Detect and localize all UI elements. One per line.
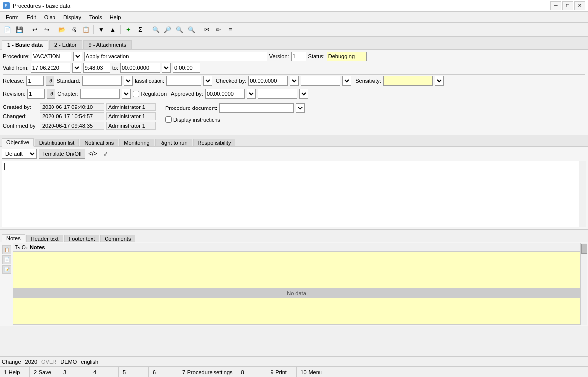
- tab-editor[interactable]: 2 - Editor: [49, 40, 82, 49]
- edit-btn[interactable]: ✏: [213, 24, 224, 35]
- standard-dropdown[interactable]: ▼: [124, 76, 133, 86]
- minimize-button[interactable]: ─: [550, 1, 561, 10]
- bot-tab-footer[interactable]: Footer text: [64, 235, 100, 242]
- approved-by-date-dropdown[interactable]: ▼: [247, 89, 256, 99]
- classification-dropdown[interactable]: ▼: [203, 76, 212, 86]
- f7-procedure-settings[interactable]: 7-Procedure settings: [178, 367, 237, 377]
- search1-btn[interactable]: 🔍: [150, 24, 161, 35]
- regulation-label[interactable]: Regulation: [133, 91, 167, 97]
- green-btn[interactable]: ✦: [123, 24, 134, 35]
- notes-icon-2[interactable]: 📄: [2, 255, 11, 264]
- classification-field[interactable]: [166, 76, 201, 86]
- chapter-dropdown[interactable]: ▼: [122, 89, 131, 99]
- valid-to-date-dropdown[interactable]: ▼: [162, 63, 171, 73]
- list-btn[interactable]: ≡: [225, 24, 236, 35]
- procedure-code-field[interactable]: [32, 52, 71, 61]
- display-instructions-checkbox[interactable]: [165, 116, 172, 123]
- close-button[interactable]: ✕: [574, 1, 585, 10]
- procedure-doc-field[interactable]: [219, 103, 294, 113]
- regulation-checkbox[interactable]: [133, 91, 139, 97]
- sensitivity-field[interactable]: [383, 76, 433, 86]
- procedure-code-dropdown[interactable]: ▼: [73, 52, 82, 61]
- revision-reset-btn[interactable]: ↺: [47, 89, 55, 99]
- valid-to-time[interactable]: [173, 63, 200, 73]
- arrow-up-btn[interactable]: ▲: [107, 24, 118, 35]
- bot-tab-header[interactable]: Header text: [26, 235, 63, 242]
- procedure-doc-dropdown[interactable]: ▼: [296, 103, 305, 113]
- notes-icon-3[interactable]: 📝: [2, 265, 11, 274]
- chapter-field[interactable]: [80, 89, 120, 99]
- notes-icon-1[interactable]: 📋: [2, 245, 11, 254]
- search2-btn[interactable]: 🔎: [162, 24, 173, 35]
- approved-by-date[interactable]: [205, 89, 245, 99]
- checked-by-user-dropdown[interactable]: ▼: [342, 76, 351, 86]
- bot-tab-notes[interactable]: Notes: [2, 234, 25, 243]
- sec-tab-monitoring[interactable]: Monitoring: [119, 139, 154, 146]
- scroll-thumb[interactable]: [581, 244, 587, 254]
- f9-print[interactable]: 9-Print: [267, 367, 297, 377]
- arrow-down-btn[interactable]: ▼: [96, 24, 107, 35]
- f4-[interactable]: 4-: [89, 367, 119, 377]
- approved-by-user[interactable]: [258, 89, 297, 99]
- status-field[interactable]: [327, 52, 367, 61]
- revision-field[interactable]: [27, 89, 45, 99]
- maximize-button[interactable]: □: [562, 1, 573, 10]
- editor-area[interactable]: [2, 161, 586, 227]
- sec-tab-distribution[interactable]: Distribution list: [35, 139, 79, 146]
- menu-edit[interactable]: Edit: [23, 13, 40, 21]
- search3-btn[interactable]: 🔍: [174, 24, 185, 35]
- code-view-btn[interactable]: </>: [87, 149, 98, 159]
- approved-by-user-dropdown[interactable]: ▼: [299, 89, 308, 99]
- valid-from-date-dropdown[interactable]: ▼: [72, 63, 81, 73]
- save-btn[interactable]: 💾: [14, 24, 25, 35]
- sec-tab-right-to-run[interactable]: Right to run: [155, 139, 192, 146]
- open-btn[interactable]: 📂: [56, 24, 67, 35]
- expand-btn[interactable]: ⤢: [100, 149, 111, 159]
- release-reset-btn[interactable]: ↺: [46, 76, 54, 86]
- standard-field[interactable]: [82, 76, 122, 86]
- checked-by-date[interactable]: [248, 76, 288, 86]
- f6-[interactable]: 6-: [149, 367, 178, 377]
- email-btn[interactable]: ✉: [201, 24, 212, 35]
- procedure-name-field[interactable]: [84, 52, 267, 61]
- sec-tab-responsibility[interactable]: Responsibility: [193, 139, 236, 146]
- f10-menu[interactable]: 10-Menu: [297, 367, 326, 377]
- redo-btn[interactable]: ↪: [41, 24, 52, 35]
- tab-basic-data[interactable]: 1 - Basic data: [2, 40, 48, 50]
- checked-by-date-dropdown[interactable]: ▼: [290, 76, 299, 86]
- editor-scrollbar[interactable]: [579, 161, 586, 227]
- tab-attachments[interactable]: 9 - Attachments: [83, 40, 132, 49]
- release-field[interactable]: [26, 76, 44, 86]
- sec-tab-objective[interactable]: Objective: [2, 138, 34, 147]
- menu-olap[interactable]: Olap: [40, 13, 59, 21]
- new-btn[interactable]: 📄: [2, 24, 13, 35]
- bot-tab-comments[interactable]: Comments: [100, 235, 135, 242]
- f3-[interactable]: 3-: [59, 367, 89, 377]
- search4-btn[interactable]: 🔍: [186, 24, 197, 35]
- f5-[interactable]: 5-: [119, 367, 149, 377]
- f2-save[interactable]: 2-Save: [30, 367, 59, 377]
- valid-from-date[interactable]: [31, 63, 70, 73]
- valid-to-date[interactable]: [120, 63, 160, 73]
- copy-btn[interactable]: 📋: [80, 24, 91, 35]
- valid-from-time[interactable]: [83, 63, 110, 73]
- template-toggle-btn[interactable]: Template On/Off: [39, 149, 85, 159]
- f1-help[interactable]: 1-Help: [0, 367, 30, 377]
- undo-btn[interactable]: ↩: [29, 24, 40, 35]
- notes-content[interactable]: [13, 252, 580, 289]
- version-field[interactable]: [291, 52, 306, 61]
- sigma-btn[interactable]: Σ: [135, 24, 146, 35]
- f8-[interactable]: 8-: [237, 367, 267, 377]
- menu-display[interactable]: Display: [59, 13, 85, 21]
- notes-extra-area[interactable]: [13, 298, 580, 325]
- display-instructions-label[interactable]: Display instructions: [165, 116, 305, 123]
- style-select[interactable]: Default: [2, 149, 37, 159]
- print-btn[interactable]: 🖨: [68, 24, 79, 35]
- sensitivity-dropdown[interactable]: ▼: [435, 76, 444, 86]
- checked-by-user[interactable]: [301, 76, 340, 86]
- menu-tools[interactable]: Tools: [85, 13, 106, 21]
- sec-tab-notifications[interactable]: Notifications: [80, 139, 118, 146]
- menu-help[interactable]: Help: [106, 13, 125, 21]
- menu-form[interactable]: Form: [2, 13, 23, 21]
- notes-scrollbar[interactable]: [580, 243, 587, 325]
